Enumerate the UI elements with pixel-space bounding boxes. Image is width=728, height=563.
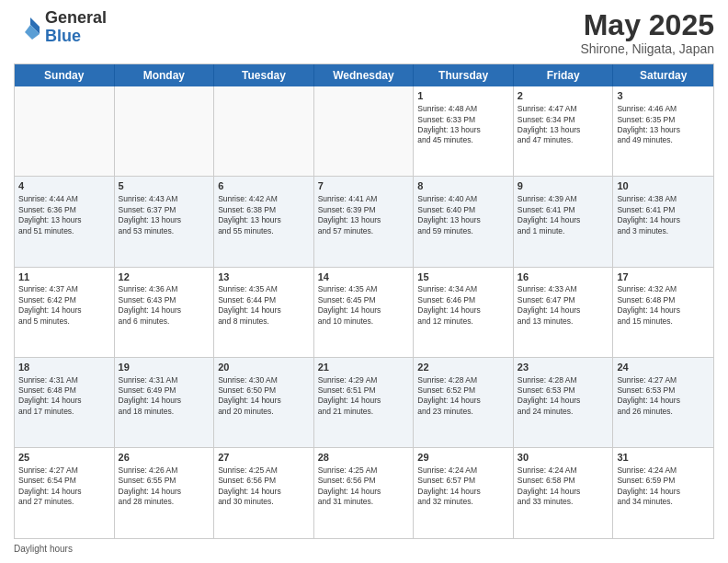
cell-line: Daylight: 14 hours	[617, 396, 710, 406]
cell-line: Sunset: 6:48 PM	[18, 385, 110, 396]
cell-line: Sunset: 6:58 PM	[518, 476, 609, 486]
day-number: 3	[617, 89, 710, 103]
cell-line: and 21 minutes.	[318, 407, 410, 417]
cell-line: Sunrise: 4:33 AM	[518, 284, 609, 294]
cell-line: Daylight: 13 hours	[417, 125, 509, 135]
calendar-cell: 26Sunrise: 4:26 AMSunset: 6:55 PMDayligh…	[115, 448, 215, 538]
day-number: 31	[617, 451, 710, 465]
cell-line: Sunset: 6:50 PM	[218, 385, 310, 396]
calendar-cell: 6Sunrise: 4:42 AMSunset: 6:38 PMDaylight…	[214, 177, 314, 266]
calendar-cell: 3Sunrise: 4:46 AMSunset: 6:35 PMDaylight…	[613, 86, 713, 176]
day-number: 26	[119, 451, 210, 465]
cell-line: Sunrise: 4:42 AM	[218, 194, 310, 204]
calendar-header: SundayMondayTuesdayWednesdayThursdayFrid…	[15, 64, 713, 86]
cell-line: and 24 minutes.	[518, 407, 609, 417]
calendar-cell: 2Sunrise: 4:47 AMSunset: 6:34 PMDaylight…	[514, 86, 614, 176]
calendar-cell: 21Sunrise: 4:29 AMSunset: 6:51 PMDayligh…	[314, 358, 415, 447]
cell-line: Sunrise: 4:36 AM	[119, 284, 210, 294]
cell-line: Sunrise: 4:31 AM	[119, 375, 210, 385]
cell-line: Daylight: 14 hours	[119, 396, 210, 406]
calendar-cell: 9Sunrise: 4:39 AMSunset: 6:41 PMDaylight…	[514, 177, 614, 266]
cell-line: Sunset: 6:38 PM	[218, 205, 310, 215]
weekday-header: Wednesday	[314, 64, 415, 86]
cell-line: and 59 minutes.	[417, 226, 509, 236]
day-number: 9	[518, 179, 609, 193]
day-number: 22	[417, 361, 509, 374]
logo-blue: Blue	[45, 28, 107, 46]
cell-line: Daylight: 14 hours	[18, 305, 110, 316]
cell-line: Daylight: 13 hours	[18, 215, 110, 225]
calendar-cell: 16Sunrise: 4:33 AMSunset: 6:47 PMDayligh…	[514, 268, 614, 357]
weekday-header: Saturday	[613, 64, 713, 86]
cell-line: Sunset: 6:35 PM	[617, 115, 710, 125]
cell-line: Daylight: 14 hours	[617, 305, 710, 316]
cell-line: Sunset: 6:41 PM	[518, 205, 609, 215]
cell-line: Sunrise: 4:46 AM	[617, 104, 710, 114]
cell-line: Sunset: 6:59 PM	[617, 476, 710, 486]
cell-line: Sunset: 6:40 PM	[417, 205, 509, 215]
cell-line: Sunset: 6:52 PM	[417, 385, 509, 396]
calendar-cell: 8Sunrise: 4:40 AMSunset: 6:40 PMDaylight…	[414, 177, 514, 266]
cell-line: Sunset: 6:33 PM	[417, 115, 509, 125]
cell-line: Sunrise: 4:27 AM	[18, 465, 110, 476]
title-block: May 2025 Shirone, Niigata, Japan	[580, 9, 714, 56]
cell-line: and 30 minutes.	[218, 497, 310, 507]
cell-line: Daylight: 13 hours	[518, 125, 609, 135]
cell-line: Sunset: 6:39 PM	[318, 205, 410, 215]
weekday-header: Thursday	[414, 64, 514, 86]
calendar-cell: 1Sunrise: 4:48 AMSunset: 6:33 PMDaylight…	[414, 86, 514, 176]
cell-line: Sunrise: 4:27 AM	[617, 375, 710, 385]
cell-line: and 23 minutes.	[417, 407, 509, 417]
cell-line: and 34 minutes.	[617, 497, 710, 507]
weekday-header: Monday	[115, 64, 215, 86]
cell-line: Daylight: 14 hours	[417, 487, 509, 497]
day-number: 5	[119, 179, 210, 193]
calendar-row: 11Sunrise: 4:37 AMSunset: 6:42 PMDayligh…	[15, 268, 713, 358]
calendar-cell: 20Sunrise: 4:30 AMSunset: 6:50 PMDayligh…	[214, 358, 314, 447]
cell-line: Sunset: 6:34 PM	[518, 115, 609, 125]
logo: General Blue	[14, 9, 107, 46]
calendar-row: 25Sunrise: 4:27 AMSunset: 6:54 PMDayligh…	[15, 448, 713, 538]
cell-line: and 33 minutes.	[518, 497, 609, 507]
calendar-cell	[15, 86, 115, 176]
cell-line: Sunset: 6:42 PM	[18, 295, 110, 305]
cell-line: and 45 minutes.	[417, 135, 509, 145]
weekday-header: Tuesday	[214, 64, 314, 86]
cell-line: and 49 minutes.	[617, 135, 710, 145]
cell-line: Sunrise: 4:31 AM	[18, 375, 110, 385]
cell-line: Sunrise: 4:35 AM	[318, 284, 410, 294]
day-number: 2	[518, 89, 609, 103]
calendar-cell: 18Sunrise: 4:31 AMSunset: 6:48 PMDayligh…	[15, 358, 115, 447]
calendar-cell: 23Sunrise: 4:28 AMSunset: 6:53 PMDayligh…	[514, 358, 614, 447]
cell-line: Sunset: 6:55 PM	[119, 476, 210, 486]
calendar-cell: 17Sunrise: 4:32 AMSunset: 6:48 PMDayligh…	[613, 268, 713, 357]
cell-line: Sunset: 6:53 PM	[518, 385, 609, 396]
location: Shirone, Niigata, Japan	[580, 41, 714, 56]
cell-line: Daylight: 13 hours	[617, 125, 710, 135]
cell-line: Sunset: 6:47 PM	[518, 295, 609, 305]
cell-line: Sunrise: 4:44 AM	[18, 194, 110, 204]
cell-line: Daylight: 14 hours	[518, 215, 609, 225]
cell-line: Daylight: 14 hours	[318, 305, 410, 316]
logo-general: General	[45, 9, 107, 28]
day-number: 27	[218, 451, 310, 465]
calendar-body: 1Sunrise: 4:48 AMSunset: 6:33 PMDaylight…	[15, 86, 713, 538]
day-number: 13	[218, 270, 310, 284]
cell-line: Sunrise: 4:24 AM	[417, 465, 509, 476]
cell-line: and 51 minutes.	[18, 226, 110, 236]
cell-line: Sunrise: 4:32 AM	[617, 284, 710, 294]
calendar-cell: 22Sunrise: 4:28 AMSunset: 6:52 PMDayligh…	[414, 358, 514, 447]
cell-line: Sunrise: 4:37 AM	[18, 284, 110, 294]
cell-line: Daylight: 14 hours	[318, 396, 410, 406]
day-number: 17	[617, 270, 710, 284]
cell-line: Sunrise: 4:43 AM	[119, 194, 210, 204]
page: General Blue May 2025 Shirone, Niigata, …	[0, 0, 728, 563]
cell-line: Sunset: 6:56 PM	[218, 476, 310, 486]
calendar-row: 4Sunrise: 4:44 AMSunset: 6:36 PMDaylight…	[15, 177, 713, 267]
cell-line: and 26 minutes.	[617, 407, 710, 417]
day-number: 16	[518, 270, 609, 284]
cell-line: Sunrise: 4:40 AM	[417, 194, 509, 204]
cell-line: and 3 minutes.	[617, 226, 710, 236]
cell-line: Sunset: 6:49 PM	[119, 385, 210, 396]
calendar-cell: 28Sunrise: 4:25 AMSunset: 6:56 PMDayligh…	[314, 448, 415, 538]
